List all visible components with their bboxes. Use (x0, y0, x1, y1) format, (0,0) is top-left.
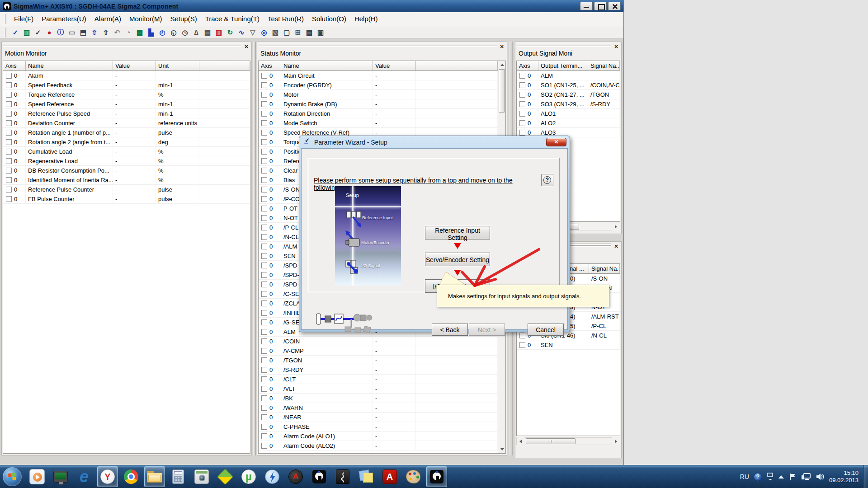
gauge-2-icon[interactable]: ◵ (168, 28, 179, 38)
start-button[interactable] (3, 467, 22, 486)
table-row[interactable]: 0Torque Reference-% (3, 90, 250, 99)
axis-checkbox[interactable] (6, 168, 12, 174)
taskbar-adobe-reader-icon[interactable]: A (379, 466, 400, 487)
axis-checkbox[interactable] (261, 405, 267, 411)
monitor-save-icon[interactable]: ⬒ (78, 28, 89, 38)
axis-checkbox[interactable] (6, 158, 12, 164)
table-row[interactable]: 0Reference Pulse Speed-min-1 (3, 109, 250, 118)
panel-grip[interactable] (259, 44, 497, 45)
table-row[interactable]: 0ALM (517, 71, 620, 80)
panel-icon[interactable]: ▭ (66, 28, 77, 38)
upload-a-icon[interactable]: ⇧ (89, 28, 100, 38)
axis-checkbox[interactable] (261, 291, 267, 297)
axis-checkbox[interactable] (6, 130, 12, 136)
taskbar-media-monitor-icon[interactable] (50, 466, 71, 487)
menu-item-test-run[interactable]: Test Run(R) (264, 14, 308, 24)
axis-checkbox[interactable] (519, 120, 525, 126)
table-row[interactable]: 0SO1 (CN1-25, .../COIN,/V-CMP (517, 80, 620, 90)
dialog-title-bar[interactable]: ✓→ Parameter Wizard - Setup ✕ (299, 136, 570, 148)
column-header-axis[interactable]: Axis (259, 61, 281, 71)
taskbar-photo-viewer-icon[interactable] (191, 466, 212, 487)
table-row[interactable]: 0Motor- (259, 90, 498, 99)
axis-checkbox[interactable] (6, 111, 12, 117)
axis-checkbox[interactable] (519, 130, 525, 136)
info-icon[interactable]: ⓘ (55, 28, 66, 38)
axis-checkbox[interactable] (6, 139, 12, 145)
axis-checkbox[interactable] (261, 357, 267, 363)
table-row[interactable]: 0Alarm- (3, 71, 250, 80)
axis-checkbox[interactable] (261, 282, 267, 287)
input-panel-icon[interactable] (767, 473, 774, 481)
table-row[interactable]: 0/CLT- (259, 375, 498, 384)
hidden-icons-chevron[interactable] (778, 475, 784, 479)
menu-item-parameters[interactable]: Parameters(U) (38, 14, 90, 24)
stop-alarm-icon[interactable]: ● (44, 28, 55, 38)
column-header[interactable] (199, 61, 250, 71)
column-header-signal-na[interactable]: Signal Na... (588, 61, 620, 71)
table-row[interactable]: 0Mode Switch- (259, 118, 498, 128)
axis-checkbox[interactable] (261, 101, 267, 107)
menu-item-file[interactable]: File(F) (10, 14, 38, 24)
language-indicator[interactable]: RU (740, 473, 749, 480)
column-header-name[interactable]: Name (26, 61, 113, 71)
axis-checkbox[interactable] (519, 342, 525, 348)
axis-checkbox[interactable] (519, 82, 525, 88)
gauge-1-icon[interactable]: ◴ (157, 28, 168, 38)
title-bar[interactable]: SigmaWin+ AXIS#0 : SGDH-04AE Sigma2 Comp… (0, 0, 623, 12)
table-row[interactable]: 0Main Circuit- (259, 71, 498, 80)
table-row[interactable]: 0C-PHASE- (259, 422, 498, 432)
table-row[interactable]: 0Identified Moment of Inertia Ra...-% (3, 175, 250, 185)
axis-checkbox[interactable] (261, 443, 267, 449)
axis-checkbox[interactable] (261, 234, 267, 240)
axis-checkbox[interactable] (261, 73, 267, 79)
upload-b-icon[interactable]: ⇧ (100, 28, 111, 38)
axis-checkbox[interactable] (261, 130, 267, 136)
axis-checkbox[interactable] (261, 300, 267, 306)
axis-checkbox[interactable] (261, 244, 267, 249)
scroll-left-icon[interactable] (517, 437, 524, 445)
axis-checkbox[interactable] (261, 310, 267, 316)
screen-capture-icon[interactable]: ▢ (281, 28, 292, 38)
table-row[interactable]: 0Encoder (PGRDY)- (259, 80, 498, 90)
undo-icon[interactable]: ↶ (112, 28, 123, 38)
servo-encoder-setting-button[interactable]: Servo/Encoder Setting (425, 253, 490, 266)
table-row[interactable]: 0/V-CMP- (259, 346, 498, 356)
history-clock-icon[interactable]: ◔ (123, 28, 134, 38)
table-row[interactable]: 0Alarm Code (ALO2)- (259, 441, 498, 450)
axis-checkbox[interactable] (261, 338, 267, 344)
scroll-down-icon[interactable] (498, 446, 506, 453)
table-row[interactable]: 0Rotation angle 2 (angle from t...-deg (3, 137, 250, 147)
axis-checkbox[interactable] (6, 187, 12, 192)
monitor-edit-icon[interactable]: ▥ (21, 28, 32, 38)
taskbar-daemon-tools-icon[interactable] (262, 466, 283, 487)
axis-checkbox[interactable] (6, 82, 12, 88)
volume-icon[interactable] (816, 473, 825, 481)
taskbar-yandex-disk-icon[interactable] (215, 466, 236, 487)
taskbar-windows-media-player-icon[interactable] (27, 466, 47, 487)
parameters-check-icon[interactable]: ✓ (33, 28, 43, 38)
axis-checkbox[interactable] (261, 253, 267, 259)
column-header-name[interactable]: Name (281, 61, 373, 71)
table-row[interactable]: 0/NEAR- (259, 413, 498, 422)
axis-checkbox[interactable] (6, 73, 12, 79)
scroll-up-icon[interactable] (498, 61, 506, 69)
axis-checkbox[interactable] (6, 177, 12, 183)
menu-item-alarm[interactable]: Alarm(A) (90, 14, 125, 24)
axis-checkbox[interactable] (261, 329, 267, 335)
axis-checkbox[interactable] (261, 120, 267, 126)
taskbar-dragon-app-icon[interactable] (332, 466, 353, 487)
scrollbar-thumb[interactable] (499, 69, 505, 113)
axis-checkbox[interactable] (6, 101, 12, 107)
printer-icon[interactable]: ▤ (304, 28, 315, 38)
column-header-value[interactable]: Value (373, 61, 416, 71)
axis-checkbox[interactable] (261, 139, 267, 145)
column-header-signal-na[interactable]: Signal Na... (589, 264, 620, 274)
column-header-axis[interactable]: Axis (3, 61, 26, 71)
bar-chart-icon[interactable]: ▙ (146, 28, 156, 38)
panel-close-icon[interactable] (499, 43, 505, 50)
panel-close-icon[interactable] (613, 43, 619, 50)
maximize-button[interactable] (594, 2, 607, 10)
menu-item-monitor[interactable]: Monitor(M) (125, 14, 166, 24)
help-button[interactable]: ? (541, 174, 553, 186)
scroll-right-icon[interactable] (612, 223, 620, 230)
